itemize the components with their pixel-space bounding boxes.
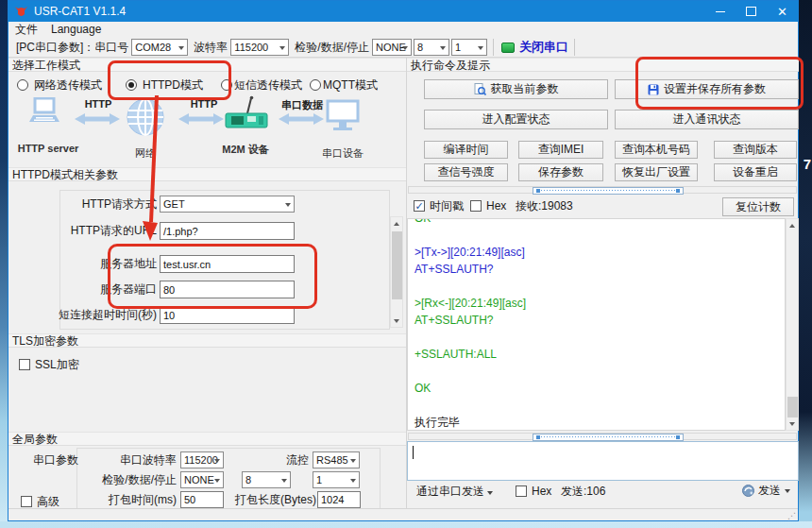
- hex-recv-checkbox[interactable]: [470, 200, 482, 212]
- chevron-down-icon: [214, 459, 220, 463]
- scrollbar-thumb[interactable]: [392, 231, 402, 299]
- query-local-number-button[interactable]: 查询本机号码: [615, 141, 698, 159]
- close-button[interactable]: ✕: [767, 1, 798, 22]
- scroll-up-icon[interactable]: [787, 219, 798, 231]
- chevron-down-icon: [214, 479, 220, 483]
- hex-recv-label: Hex: [486, 199, 506, 213]
- double-arrow-icon: [279, 112, 324, 126]
- pack-length-input[interactable]: [317, 491, 361, 508]
- menu-item-language[interactable]: Language: [44, 22, 108, 38]
- server-port-label: 服务器端口: [27, 281, 157, 298]
- close-port-button[interactable]: 关闭串口: [499, 39, 568, 56]
- global-stopbits-select[interactable]: 1: [313, 471, 360, 488]
- chevron-down-icon: [478, 46, 483, 50]
- double-arrow-icon: [178, 112, 224, 126]
- flow-control-select[interactable]: RS485: [313, 451, 360, 468]
- send-input[interactable]: [407, 441, 799, 481]
- stopbits-select[interactable]: 1: [451, 39, 487, 56]
- factory-reset-button[interactable]: 恢复出厂设置: [615, 163, 698, 181]
- scroll-down-icon[interactable]: [391, 315, 402, 327]
- recv-count: 接收:19083: [516, 199, 573, 213]
- chevron-down-icon: [487, 491, 493, 495]
- databits-select[interactable]: 8: [414, 39, 449, 56]
- scroll-down-icon[interactable]: [787, 417, 798, 430]
- link-label-http-2: HTTP: [182, 98, 226, 110]
- query-version-button[interactable]: 查询版本: [714, 141, 797, 159]
- port-status-led-icon: [501, 43, 515, 53]
- timestamp-checkbox[interactable]: ✓: [414, 200, 425, 212]
- double-arrow-icon: [75, 112, 120, 126]
- query-imei-button[interactable]: 查询IMEI: [518, 141, 603, 159]
- global-databits-select[interactable]: 8: [242, 471, 291, 488]
- ssl-checkbox[interactable]: [19, 359, 30, 370]
- splitter-upper[interactable]: [408, 186, 797, 194]
- server-port-input[interactable]: [160, 281, 295, 298]
- query-signal-button[interactable]: 查信号强度: [424, 163, 508, 181]
- link-label-serial-data: 串口数据: [277, 98, 328, 112]
- reset-count-button[interactable]: 复位计数: [722, 197, 794, 216]
- compile-time-button[interactable]: 编译时间: [424, 141, 508, 159]
- enter-comm-button[interactable]: 进入通讯状态: [615, 110, 799, 129]
- http-url-label: HTTP请求的URL: [27, 222, 157, 240]
- enter-config-button[interactable]: 进入配置状态: [424, 110, 608, 129]
- splitter-lower[interactable]: [408, 433, 797, 440]
- global-baud-label: 串口波特率: [93, 451, 177, 469]
- get-params-button[interactable]: 获取当前参数: [424, 79, 608, 99]
- radio-sms-passthrough-mode[interactable]: [221, 79, 232, 91]
- global-parity-select[interactable]: NONE: [180, 471, 224, 488]
- advanced-checkbox[interactable]: [21, 496, 32, 507]
- menu-item-file[interactable]: 文件: [8, 22, 44, 38]
- radio-net-passthrough-label: 网络透传模式: [34, 78, 102, 92]
- toolbar-separator: [574, 39, 575, 56]
- port-select[interactable]: COM28: [131, 39, 188, 56]
- chevron-down-icon: [785, 489, 790, 493]
- radio-net-passthrough-mode[interactable]: [17, 79, 28, 91]
- splitter-handle[interactable]: [533, 434, 684, 441]
- http-url-input[interactable]: [160, 222, 295, 240]
- maximize-button[interactable]: [736, 1, 767, 22]
- work-mode-header: 选择工作模式: [8, 58, 406, 72]
- app-icon: [14, 6, 28, 18]
- minimize-button[interactable]: [704, 1, 736, 22]
- log-line: [414, 278, 785, 295]
- pc-serial-label: [PC串口参数]：串口号: [16, 40, 128, 56]
- baud-select[interactable]: 115200: [230, 39, 289, 56]
- radio-httpd-mode[interactable]: [126, 79, 137, 91]
- scroll-up-icon[interactable]: [391, 217, 402, 230]
- scrollbar-thumb[interactable]: [787, 397, 798, 417]
- http-server-icon: [27, 97, 61, 129]
- global-baud-select[interactable]: 115200: [180, 451, 224, 468]
- splitter-handle[interactable]: [533, 187, 684, 195]
- short-conn-timeout-input[interactable]: [160, 306, 295, 324]
- httpd-scrollbar[interactable]: [390, 216, 403, 328]
- log-line: OK: [414, 380, 785, 397]
- http-method-select[interactable]: GET: [160, 196, 295, 213]
- save-params-button[interactable]: 保存参数: [518, 163, 603, 181]
- floppy-save-icon: [648, 84, 659, 95]
- resize-grip[interactable]: ⋰: [787, 511, 796, 520]
- network-label: 网络: [127, 146, 164, 161]
- log-area[interactable]: OK >[Tx->][20:21:49][asc] AT+SSLAUTH? >[…: [407, 218, 786, 431]
- via-serial-dropdown[interactable]: 通过串口发送: [416, 485, 493, 498]
- send-icon: [742, 485, 754, 497]
- chevron-down-icon: [350, 479, 356, 483]
- radio-sms-passthrough-label: 短信透传模式: [234, 78, 302, 92]
- command-panel: 执行命令及提示 获取当前参数 设置并保存所有参数 进入配置状态 进入通讯状态 编…: [407, 58, 799, 508]
- device-restart-button[interactable]: 设备重启: [714, 163, 797, 181]
- command-panel-header: 执行命令及提示: [407, 58, 799, 72]
- status-bar: ⋰: [8, 508, 798, 520]
- server-addr-label: 服务器地址: [27, 255, 157, 273]
- send-button[interactable]: 发送: [742, 483, 790, 499]
- chevron-down-icon: [285, 203, 291, 207]
- set-save-params-button[interactable]: 设置并保存所有参数: [615, 79, 799, 99]
- log-line: [414, 227, 785, 244]
- radio-mqtt-label: MQTT模式: [323, 78, 378, 92]
- radio-httpd-label: HTTPD模式: [143, 78, 203, 92]
- server-addr-input[interactable]: [160, 255, 295, 273]
- hex-send-checkbox[interactable]: [516, 485, 527, 497]
- radio-mqtt-mode[interactable]: [310, 79, 321, 91]
- pack-time-input[interactable]: [180, 491, 224, 508]
- ssl-label: SSL加密: [35, 358, 79, 371]
- parity-select[interactable]: NONE: [372, 39, 412, 56]
- log-scrollbar[interactable]: [786, 218, 799, 431]
